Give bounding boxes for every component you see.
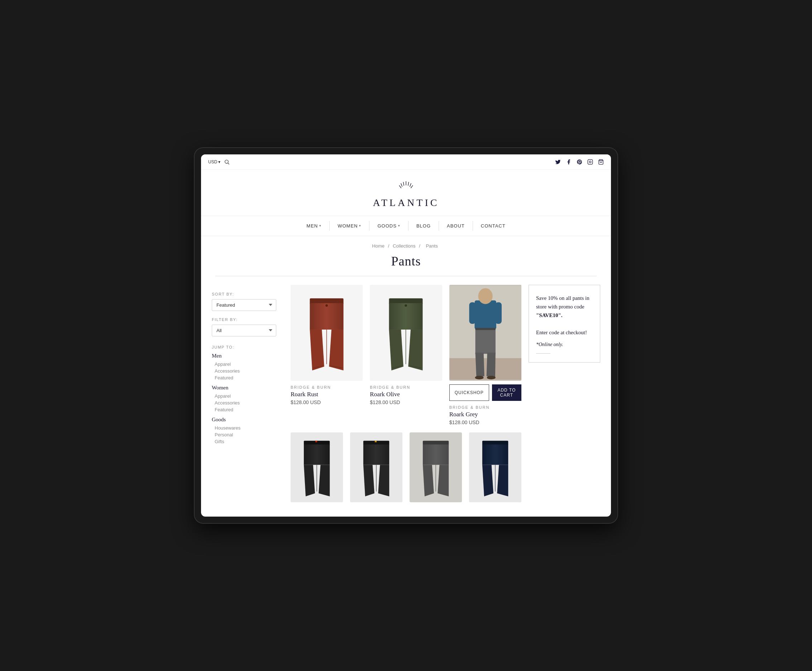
first-row-products: BRIDGE & BURN Roark Rust $128.00 USD xyxy=(291,285,521,425)
second-product-1[interactable] xyxy=(291,433,343,502)
cart-button[interactable] xyxy=(598,159,604,165)
product-name-3: Roark Grey xyxy=(449,411,521,418)
second-product-2[interactable] xyxy=(350,433,403,502)
svg-line-6 xyxy=(403,182,404,186)
jump-men-apparel[interactable]: Apparel xyxy=(212,361,283,368)
site-header: ATLANTIC xyxy=(201,170,611,216)
product-image-2 xyxy=(370,285,442,381)
product-price-3: $128.00 USD xyxy=(449,419,521,425)
pants-second-2 xyxy=(354,438,399,497)
nav-item-contact[interactable]: CONTACT xyxy=(473,221,513,231)
nav-women-chevron: ▾ xyxy=(359,224,361,228)
search-button[interactable] xyxy=(224,159,230,165)
site-title: ATLANTIC xyxy=(208,197,604,208)
breadcrumb-collections[interactable]: Collections xyxy=(393,243,416,249)
nav-women-label: WOMEN xyxy=(338,223,358,228)
svg-rect-27 xyxy=(469,302,476,324)
breadcrumb-home[interactable]: Home xyxy=(372,243,384,249)
sort-select[interactable]: Featured Best selling Alphabetically, A-… xyxy=(212,299,276,311)
jump-women-accessories[interactable]: Accessories xyxy=(212,399,283,406)
product-name-2: Roark Olive xyxy=(370,391,442,398)
product-brand-2: BRIDGE & BURN xyxy=(370,385,442,389)
pants-image-rust xyxy=(298,295,355,371)
product-card-2[interactable]: BRIDGE & BURN Roark Olive $128.00 USD xyxy=(370,285,442,425)
twitter-icon xyxy=(555,159,561,165)
pants-second-3 xyxy=(413,438,458,497)
jump-men-featured[interactable]: Featured xyxy=(212,375,283,381)
nav-item-goods[interactable]: GOODS ▾ xyxy=(369,221,408,231)
title-divider xyxy=(215,276,597,276)
product-info-2: BRIDGE & BURN Roark Olive $128.00 USD xyxy=(370,385,442,405)
breadcrumb-current: Pants xyxy=(426,243,438,249)
jump-women-apparel[interactable]: Apparel xyxy=(212,393,283,399)
jump-men-title[interactable]: Men xyxy=(212,353,283,359)
device-frame: USD ▾ xyxy=(194,148,618,523)
second-product-img-3 xyxy=(409,433,462,502)
svg-point-15 xyxy=(325,304,328,307)
second-product-img-2 xyxy=(350,433,403,502)
nav-item-men[interactable]: MEN ▾ xyxy=(299,221,330,231)
promo-box: Save 10% on all pants in store with prom… xyxy=(529,285,600,363)
svg-rect-35 xyxy=(304,444,330,465)
svg-rect-30 xyxy=(475,329,495,354)
svg-rect-43 xyxy=(423,444,449,465)
product-card-3[interactable]: QUICKSHOP ADD TO CART BRIDGE & BURN Roar… xyxy=(449,285,521,425)
product-info-1: BRIDGE & BURN Roark Rust $128.00 USD xyxy=(291,385,363,405)
search-icon xyxy=(224,159,230,165)
jump-goods-title[interactable]: Goods xyxy=(212,417,283,423)
svg-rect-26 xyxy=(474,301,496,330)
jump-goods-housewares[interactable]: Housewares xyxy=(212,424,283,431)
svg-point-29 xyxy=(478,288,492,304)
jump-to-label: JUMP TO: xyxy=(212,345,283,349)
promo-text-2: Enter code at checkout! xyxy=(536,330,587,336)
jump-men-accessories[interactable]: Accessories xyxy=(212,368,283,375)
pants-image-olive xyxy=(377,295,435,371)
add-to-cart-button[interactable]: ADD TO CART xyxy=(492,385,521,401)
breadcrumb-sep2: / xyxy=(419,243,420,249)
breadcrumb-sep1: / xyxy=(388,243,389,249)
svg-point-31 xyxy=(475,376,483,380)
jump-group-men: Men Apparel Accessories Featured xyxy=(212,353,283,381)
currency-selector[interactable]: USD ▾ xyxy=(208,159,220,164)
instagram-button[interactable] xyxy=(587,159,593,165)
nav-contact-label: CONTACT xyxy=(481,223,506,228)
svg-rect-19 xyxy=(389,303,423,330)
nav-item-about[interactable]: ABOUT xyxy=(439,221,473,231)
svg-line-7 xyxy=(401,184,403,187)
filter-by-label: FILTER BY: xyxy=(212,317,283,322)
product-price-2: $128.00 USD xyxy=(370,399,442,405)
quickshop-button[interactable]: QUICKSHOP xyxy=(449,385,489,401)
nav-item-women[interactable]: WOMEN ▾ xyxy=(330,221,369,231)
nav-blog-label: BLOG xyxy=(416,223,431,228)
second-product-img-1 xyxy=(291,433,343,502)
logo-rays xyxy=(208,181,604,195)
second-product-4[interactable] xyxy=(469,433,521,502)
promo-text-1: Save 10% on all pants in store with prom… xyxy=(536,295,589,310)
nav-about-label: ABOUT xyxy=(447,223,465,228)
currency-label: USD xyxy=(208,159,217,164)
instagram-icon xyxy=(587,159,593,165)
filter-select[interactable]: All Men Women xyxy=(212,325,276,336)
jump-women-featured[interactable]: Featured xyxy=(212,406,283,413)
facebook-button[interactable] xyxy=(566,159,571,165)
jump-goods-personal[interactable]: Personal xyxy=(212,431,283,438)
nav-men-label: MEN xyxy=(306,223,318,228)
top-bar-right xyxy=(555,159,604,165)
nav-goods-chevron: ▾ xyxy=(398,224,400,228)
jump-women-title[interactable]: Women xyxy=(212,385,283,391)
nav-item-blog[interactable]: BLOG xyxy=(408,221,439,231)
product-card-1[interactable]: BRIDGE & BURN Roark Rust $128.00 USD xyxy=(291,285,363,425)
svg-rect-13 xyxy=(310,303,344,330)
product-image-1 xyxy=(291,285,363,381)
svg-rect-28 xyxy=(495,302,502,324)
page-title: Pants xyxy=(201,252,611,276)
nav-goods-label: GOODS xyxy=(377,223,396,228)
svg-line-1 xyxy=(228,163,229,164)
jump-group-women: Women Apparel Accessories Featured xyxy=(212,385,283,413)
jump-goods-gifts[interactable]: Gifts xyxy=(212,438,283,445)
model-photo-grey xyxy=(449,285,521,381)
pinterest-button[interactable] xyxy=(577,159,582,165)
twitter-button[interactable] xyxy=(555,159,561,165)
second-product-3[interactable] xyxy=(409,433,462,502)
svg-rect-37 xyxy=(316,441,317,442)
